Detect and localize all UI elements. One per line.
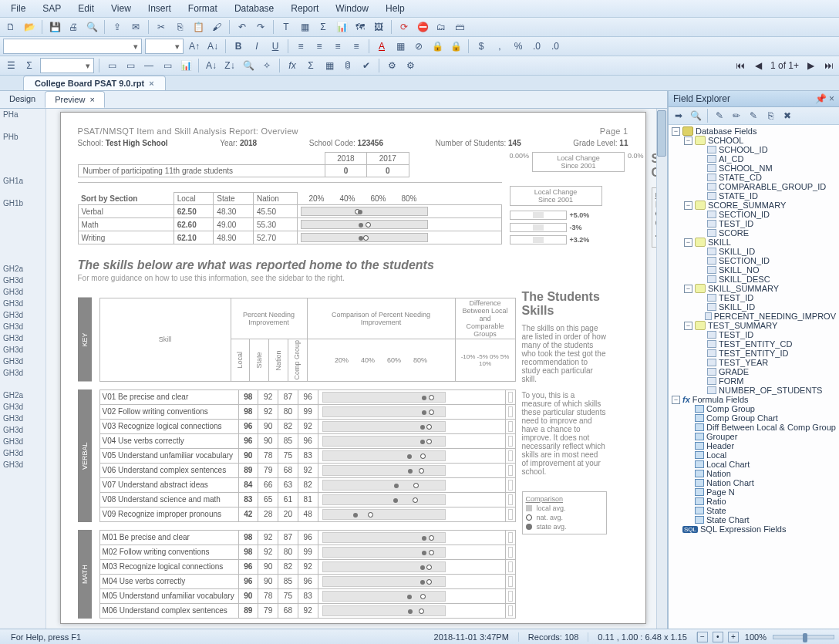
edit-icon[interactable]: ✏: [729, 109, 743, 123]
tab-preview[interactable]: Preview ×: [45, 91, 105, 108]
tree-node[interactable]: Nation: [682, 469, 837, 478]
zoom-reset-icon[interactable]: •: [713, 632, 723, 642]
tree-node[interactable]: Header: [682, 441, 837, 450]
insert-text-icon[interactable]: T: [278, 19, 294, 35]
align-justify-icon[interactable]: ≡: [349, 39, 364, 54]
decrease-font-icon[interactable]: A↓: [205, 39, 221, 54]
tree-node[interactable]: State: [682, 506, 837, 515]
formula-icon[interactable]: fx: [285, 58, 300, 73]
insert-line-icon[interactable]: ―: [141, 58, 157, 73]
group-tree-icon[interactable]: ☰: [3, 58, 19, 73]
lock-format-icon[interactable]: 🔒: [430, 39, 445, 54]
select-expert-icon[interactable]: 🔍: [241, 58, 256, 73]
tree-node[interactable]: State Chart: [682, 515, 837, 524]
lock-size-icon[interactable]: 🔒: [448, 39, 463, 54]
refresh-icon[interactable]: ⟳: [396, 19, 412, 35]
currency-icon[interactable]: $: [473, 39, 489, 54]
align-center-icon[interactable]: ≡: [312, 39, 327, 54]
tree-node[interactable]: Diff Between Local & Comp Group: [682, 423, 837, 432]
tree-node[interactable]: Comp Group Chart: [682, 413, 837, 423]
tree-node[interactable]: SCHOOL_NM: [695, 164, 837, 173]
tree-node[interactable]: GRADE: [695, 367, 837, 376]
vertical-scrollbar[interactable]: [656, 109, 667, 644]
sort-az-icon[interactable]: A↓: [204, 58, 219, 73]
underline-icon[interactable]: U: [268, 39, 283, 54]
zoom-slider[interactable]: [773, 635, 834, 639]
tree-node[interactable]: −SCHOOLSCHOOL_IDAI_CDSCHOOL_NMSTATE_CDCO…: [682, 136, 837, 201]
tree-node[interactable]: Local: [682, 450, 837, 460]
tree-node[interactable]: STATE_CD: [695, 173, 837, 182]
undo-icon[interactable]: ↶: [234, 19, 250, 35]
zoom-combo[interactable]: [40, 58, 94, 73]
delete-icon[interactable]: ✖: [780, 109, 794, 123]
border-icon[interactable]: ▦: [393, 39, 408, 54]
tree-node[interactable]: FORM: [695, 376, 837, 386]
zoom-in-icon[interactable]: +: [728, 632, 739, 642]
increase-font-icon[interactable]: A↑: [187, 39, 202, 54]
suppress-icon[interactable]: ⊘: [411, 39, 426, 54]
report-preview-scroller[interactable]: PSAT/NMSQT Item and Skill Analysis Repor…: [46, 109, 667, 644]
tree-node[interactable]: TEST_ENTITY_ID: [695, 349, 837, 358]
tree-node[interactable]: −SKILLSKILL_IDSECTION_IDSKILL_NOSKILL_DE…: [682, 238, 837, 284]
zoom-out-icon[interactable]: −: [697, 632, 708, 642]
align-right-icon[interactable]: ≡: [330, 39, 345, 54]
insert-box-icon[interactable]: ▭: [160, 58, 175, 73]
menu-item-window[interactable]: Window: [331, 2, 373, 15]
sigma-icon[interactable]: Σ: [22, 58, 37, 73]
stop-icon[interactable]: ⛔: [415, 19, 430, 35]
tree-node[interactable]: Page N: [682, 487, 837, 497]
tree-node[interactable]: Nation Chart: [682, 478, 837, 487]
close-icon[interactable]: ×: [829, 93, 834, 104]
new-formula-icon[interactable]: ✎: [713, 109, 726, 123]
close-icon[interactable]: ×: [89, 95, 94, 104]
tree-node[interactable]: −fxFormula FieldsComp GroupComp Group Ch…: [670, 395, 837, 524]
report-explorer-icon[interactable]: 🗃: [452, 19, 467, 35]
tree-node[interactable]: SKILL_ID: [695, 302, 837, 312]
tree-node[interactable]: Grouper: [682, 432, 837, 441]
tree-node[interactable]: Ratio: [682, 497, 837, 506]
verify-db-icon[interactable]: ✔: [359, 58, 374, 73]
xml-icon[interactable]: ⚙: [384, 58, 399, 73]
menu-item-help[interactable]: Help: [381, 2, 409, 15]
redo-icon[interactable]: ↷: [253, 19, 268, 35]
insert-group-icon[interactable]: ▦: [297, 19, 312, 35]
menu-item-file[interactable]: File: [6, 2, 30, 15]
paste-icon[interactable]: 📋: [190, 19, 206, 35]
menu-item-sap[interactable]: SAP: [38, 2, 66, 15]
tree-node[interactable]: PERCENT_NEEDING_IMPROV: [695, 312, 837, 321]
decrease-decimal-icon[interactable]: .0: [548, 39, 563, 54]
tree-node[interactable]: TEST_ID: [695, 293, 837, 302]
tree-node[interactable]: SKILL_DESC: [695, 275, 837, 284]
last-page-icon[interactable]: ⏭: [822, 59, 836, 72]
pin-icon[interactable]: 📌: [815, 93, 827, 104]
menu-item-report[interactable]: Report: [286, 2, 323, 15]
tree-node[interactable]: −SKILL_SUMMARYTEST_IDSKILL_IDPERCENT_NEE…: [682, 284, 837, 321]
font-size-combo[interactable]: [145, 39, 184, 54]
tree-node[interactable]: SCORE: [695, 228, 837, 238]
tree-node[interactable]: STATE_ID: [695, 191, 837, 201]
open-icon[interactable]: 📂: [22, 19, 37, 35]
print-preview-icon[interactable]: 🔍: [84, 19, 99, 35]
copy-icon[interactable]: ⎘: [172, 19, 187, 35]
tree-node[interactable]: Local Chart: [682, 460, 837, 469]
align-left-icon[interactable]: ≡: [293, 39, 308, 54]
thousands-icon[interactable]: ,: [492, 39, 507, 54]
next-page-icon[interactable]: ▶: [804, 59, 817, 72]
highlight-icon[interactable]: ✧: [259, 58, 275, 73]
insert-chart-icon[interactable]: 📊: [334, 19, 349, 35]
summary-icon[interactable]: Σ: [303, 58, 318, 73]
save-icon[interactable]: 💾: [47, 19, 62, 35]
format-painter-icon[interactable]: 🖌: [209, 19, 224, 35]
tree-node[interactable]: SQLSQL Expression Fields: [670, 524, 837, 534]
options-icon[interactable]: ⚙: [403, 58, 418, 73]
mail-icon[interactable]: ✉: [128, 19, 143, 35]
rename-icon[interactable]: ✎: [746, 109, 760, 123]
insert-field-icon[interactable]: ➡: [672, 109, 686, 123]
tree-node[interactable]: SECTION_ID: [695, 256, 837, 265]
tree-node[interactable]: TEST_YEAR: [695, 358, 837, 367]
field-explorer-icon[interactable]: 🗂: [433, 19, 449, 35]
tree-node[interactable]: −Database Fields−SCHOOLSCHOOL_IDAI_CDSCH…: [670, 126, 837, 395]
menu-item-edit[interactable]: Edit: [73, 2, 99, 15]
menu-item-database[interactable]: Database: [230, 2, 278, 15]
olap-icon[interactable]: ▦: [322, 58, 337, 73]
